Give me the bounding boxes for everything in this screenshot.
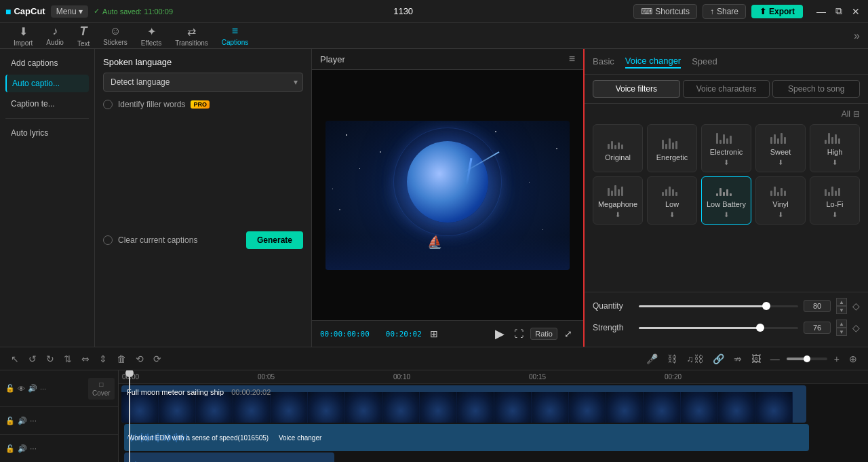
delete-button[interactable]: 🗑 [114, 352, 129, 366]
playhead[interactable] [129, 370, 130, 462]
zoom-thumb[interactable] [804, 355, 810, 362]
undo-button[interactable]: ↺ [26, 352, 39, 366]
more-icon-audio2[interactable]: ··· [30, 444, 37, 453]
restore-button[interactable]: ⧉ [833, 5, 845, 17]
volume-icon-video[interactable]: 🔊 [28, 384, 37, 393]
strength-stepper[interactable]: ▲ ▼ [836, 320, 847, 336]
menu-button[interactable]: Menu ▾ [51, 5, 88, 18]
strength-reset-icon[interactable]: ◇ [852, 322, 860, 333]
toolbar-item-effects[interactable]: ✦ Effects [136, 22, 167, 50]
thumb-16 [681, 392, 718, 423]
split-vertical-button[interactable]: ⇅ [61, 352, 75, 366]
strength-increment[interactable]: ▲ [836, 320, 847, 328]
zoom-out-button[interactable]: — [768, 352, 783, 366]
toolbar-item-audio[interactable]: ♪ Audio [41, 22, 69, 49]
voice-sliders: Quantity 80 ▲ ▼ ◇ Strength 76 [585, 292, 868, 347]
transitions-icon: ⇄ [187, 25, 196, 38]
rotate-left-button[interactable]: ⟲ [133, 352, 146, 366]
voice-filter-sweet[interactable]: Sweet ⬇ [755, 124, 806, 172]
toolbar-item-stickers[interactable]: ☺ Stickers [98, 22, 133, 49]
expand-button[interactable]: ⤢ [561, 327, 575, 341]
toolbar-item-captions[interactable]: ≡ Captions [216, 22, 254, 49]
player-menu-icon[interactable]: ≡ [569, 53, 575, 65]
toolbar-item-transitions[interactable]: ⇄ Transitions [170, 22, 214, 50]
voice-filter-electronic[interactable]: Electronic ⬇ [701, 124, 751, 172]
toolbar-item-text[interactable]: T Text [72, 22, 95, 50]
auto-captions-button[interactable]: Auto captio... [5, 75, 89, 92]
filter-icon: ⊟ [853, 109, 860, 119]
rotate-right-button[interactable]: ⟳ [151, 352, 164, 366]
link-button[interactable]: ⛓ [665, 352, 679, 366]
audio-track1[interactable]: Workout EDM with a sense of speed(101650… [124, 424, 809, 451]
tab-voice-changer[interactable]: Voice changer [625, 54, 681, 69]
effects-icon: ✦ [147, 25, 156, 38]
toolbar-expand-button[interactable]: » [854, 30, 860, 42]
shortcuts-button[interactable]: ⌨ Shortcuts [633, 4, 697, 19]
quantity-label: Quantity [593, 301, 633, 311]
water-effect [326, 236, 570, 270]
voice-filter-high[interactable]: High ⬇ [810, 124, 860, 172]
strength-slider-thumb [756, 324, 764, 332]
more-icon-audio1[interactable]: ··· [30, 416, 37, 425]
toolbar-item-import[interactable]: ⬇ Import [8, 22, 38, 50]
voice-filter-lo-fi[interactable]: Lo-Fi ⬇ [810, 176, 860, 225]
play-button[interactable]: ▶ [492, 325, 507, 343]
marker-5: 00:05 [258, 373, 275, 381]
quantity-slider-track[interactable] [639, 305, 798, 307]
split-horizontal-button[interactable]: ⇔ [79, 352, 92, 366]
mic-button[interactable]: 🎤 [644, 352, 660, 366]
voice-filter-megaphone[interactable]: Megaphone ⬇ [593, 176, 643, 225]
generate-button[interactable]: Generate [246, 231, 303, 249]
cover-button[interactable]: □ Cover [88, 378, 115, 400]
strength-slider-track[interactable] [639, 327, 798, 329]
voice-filter-original[interactable]: Original [593, 124, 643, 172]
grid-view-button[interactable]: ⊞ [427, 327, 441, 341]
auto-lyrics-button[interactable]: Auto lyrics [5, 124, 89, 142]
close-button[interactable]: ✕ [849, 5, 863, 17]
clear-checkbox[interactable] [103, 235, 113, 245]
chain-button[interactable]: 🔗 [710, 352, 727, 366]
voice-filter-low[interactable]: Low ⬇ [647, 176, 697, 225]
zoom-in-button[interactable]: + [831, 352, 842, 366]
video-track[interactable]: Full moon meteor sailing ship 00:00:20:0… [121, 385, 806, 423]
audio-track2[interactable]: Techno-pops with cute future futuristic … [124, 453, 334, 462]
quantity-increment[interactable]: ▲ [836, 298, 847, 306]
split-both-button[interactable]: ⇕ [96, 352, 110, 366]
quantity-decrement[interactable]: ▼ [836, 306, 847, 314]
voice-filter-grid: Original Energetic [593, 124, 860, 225]
zoom-slider[interactable] [787, 358, 827, 360]
lock-icon-audio1[interactable]: 🔓 [5, 417, 15, 425]
redo-button[interactable]: ↻ [43, 352, 57, 366]
eye-icon-video[interactable]: 👁 [18, 385, 25, 393]
subtab-voice-characters[interactable]: Voice characters [683, 80, 770, 98]
audio-link-button[interactable]: ♫⛓ [684, 352, 706, 366]
subtab-voice-filters[interactable]: Voice filters [593, 80, 680, 98]
subtab-speech-to-song[interactable]: Speech to song [772, 80, 860, 98]
add-captions-button[interactable]: Add captions [5, 54, 89, 72]
strength-decrement[interactable]: ▼ [836, 328, 847, 336]
tab-basic[interactable]: Basic [593, 55, 614, 68]
cursor-tool[interactable]: ↖ [8, 352, 22, 366]
voice-filter-low-battery[interactable]: Low Battery ⬇ [701, 176, 751, 225]
voice-filter-vinyl[interactable]: Vinyl ⬇ [755, 176, 806, 225]
lock-icon-video[interactable]: 🔓 [5, 384, 15, 393]
align-button[interactable]: ⇏ [731, 352, 745, 366]
minimize-button[interactable]: — [814, 5, 829, 17]
lock-icon-audio2[interactable]: 🔓 [5, 444, 15, 453]
more-icon-video[interactable]: ··· [40, 385, 46, 393]
fullscreen-button[interactable]: ⛶ [511, 327, 526, 341]
language-select[interactable]: Detect language [103, 73, 303, 92]
quantity-reset-icon[interactable]: ◇ [852, 301, 860, 311]
quantity-stepper[interactable]: ▲ ▼ [836, 298, 847, 314]
add-track-button[interactable]: ⊕ [846, 352, 860, 366]
caption-template-button[interactable]: Caption te... [5, 95, 89, 113]
filler-checkbox[interactable] [103, 100, 113, 109]
export-button[interactable]: ⬆ Export [751, 5, 803, 18]
tab-speed[interactable]: Speed [692, 55, 717, 68]
voice-filter-energetic[interactable]: Energetic [647, 124, 697, 172]
volume-icon-audio2[interactable]: 🔊 [18, 444, 27, 453]
image-button[interactable]: 🖼 [749, 352, 764, 366]
volume-icon-audio1[interactable]: 🔊 [18, 417, 27, 425]
share-button[interactable]: ↑ Share [703, 4, 746, 19]
ratio-button[interactable]: Ratio [530, 328, 557, 340]
